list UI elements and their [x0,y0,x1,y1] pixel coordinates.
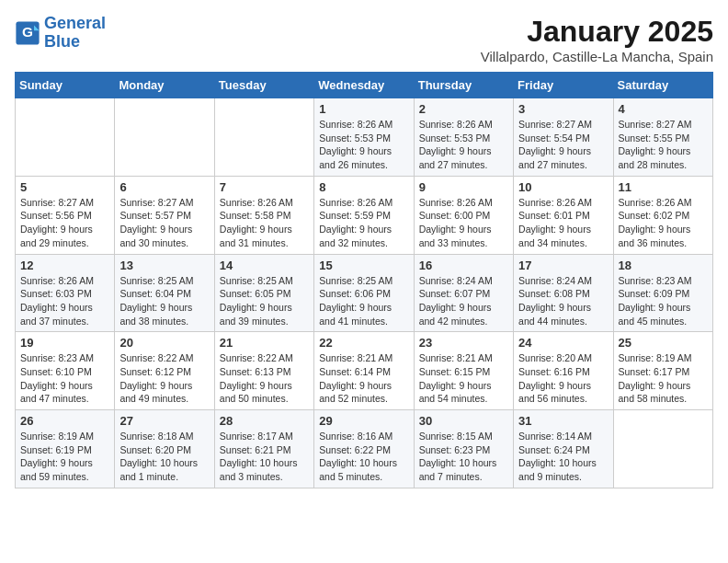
day-cell [16,98,115,177]
day-info: Sunrise: 8:25 AMSunset: 6:04 PMDaylight:… [119,274,209,328]
day-number: 29 [319,414,408,428]
day-info: Sunrise: 8:22 AMSunset: 6:12 PMDaylight:… [119,351,209,406]
day-cell: 15Sunrise: 8:25 AMSunset: 6:06 PMDayligh… [314,254,414,332]
day-info: Sunrise: 8:26 AMSunset: 5:53 PMDaylight:… [319,118,408,172]
weekday-header-sunday: Sunday [16,73,115,98]
weekday-header-friday: Friday [514,73,613,98]
week-row-2: 12Sunrise: 8:26 AMSunset: 6:03 PMDayligh… [16,254,713,332]
day-info: Sunrise: 8:27 AMSunset: 5:56 PMDaylight:… [20,196,109,250]
day-cell: 12Sunrise: 8:26 AMSunset: 6:03 PMDayligh… [16,254,115,332]
logo-text: General Blue [44,15,106,52]
day-number: 10 [518,180,608,194]
day-cell [115,98,214,177]
day-cell: 10Sunrise: 8:26 AMSunset: 6:01 PMDayligh… [514,176,613,254]
calendar-table: SundayMondayTuesdayWednesdayThursdayFrid… [15,72,713,488]
day-number: 3 [518,102,608,116]
day-cell: 6Sunrise: 8:27 AMSunset: 5:57 PMDaylight… [115,176,214,254]
day-info: Sunrise: 8:24 AMSunset: 6:08 PMDaylight:… [518,274,608,328]
week-row-1: 5Sunrise: 8:27 AMSunset: 5:56 PMDaylight… [16,176,713,254]
day-number: 17 [518,259,608,272]
day-cell: 19Sunrise: 8:23 AMSunset: 6:10 PMDayligh… [16,332,115,410]
day-number: 20 [119,336,209,350]
day-info: Sunrise: 8:25 AMSunset: 6:05 PMDaylight:… [220,274,309,328]
day-info: Sunrise: 8:26 AMSunset: 6:03 PMDaylight:… [20,274,109,328]
weekday-header-row: SundayMondayTuesdayWednesdayThursdayFrid… [16,73,713,98]
day-info: Sunrise: 8:27 AMSunset: 5:55 PMDaylight:… [619,118,708,172]
day-info: Sunrise: 8:17 AMSunset: 6:21 PMDaylight:… [220,430,309,484]
weekday-header-monday: Monday [115,73,214,98]
week-row-0: 1Sunrise: 8:26 AMSunset: 5:53 PMDaylight… [16,98,713,177]
day-number: 24 [518,336,608,350]
day-cell: 23Sunrise: 8:21 AMSunset: 6:15 PMDayligh… [414,332,513,410]
day-number: 25 [619,336,708,350]
day-cell: 17Sunrise: 8:24 AMSunset: 6:08 PMDayligh… [514,254,613,332]
day-number: 9 [419,180,508,194]
day-number: 31 [518,414,608,428]
weekday-header-saturday: Saturday [613,73,712,98]
day-info: Sunrise: 8:18 AMSunset: 6:20 PMDaylight:… [119,430,209,484]
day-info: Sunrise: 8:26 AMSunset: 6:02 PMDaylight:… [619,196,708,250]
day-number: 26 [20,414,109,428]
day-cell: 21Sunrise: 8:22 AMSunset: 6:13 PMDayligh… [214,332,313,410]
day-cell: 25Sunrise: 8:19 AMSunset: 6:17 PMDayligh… [613,332,712,410]
logo-icon: G [15,20,40,46]
day-number: 22 [319,336,408,350]
day-cell: 29Sunrise: 8:16 AMSunset: 6:22 PMDayligh… [314,410,414,488]
day-cell: 16Sunrise: 8:24 AMSunset: 6:07 PMDayligh… [414,254,513,332]
title-block: January 2025 Villalpardo, Castille-La Ma… [481,15,713,64]
day-cell: 3Sunrise: 8:27 AMSunset: 5:54 PMDaylight… [514,98,613,177]
day-cell: 14Sunrise: 8:25 AMSunset: 6:05 PMDayligh… [214,254,313,332]
day-cell: 31Sunrise: 8:14 AMSunset: 6:24 PMDayligh… [514,410,613,488]
day-info: Sunrise: 8:19 AMSunset: 6:17 PMDaylight:… [619,351,708,406]
day-info: Sunrise: 8:26 AMSunset: 5:59 PMDaylight:… [319,196,408,250]
day-number: 15 [319,259,408,272]
day-number: 4 [619,102,708,116]
day-info: Sunrise: 8:21 AMSunset: 6:14 PMDaylight:… [319,351,408,406]
weekday-header-wednesday: Wednesday [314,73,414,98]
day-number: 11 [619,180,708,194]
day-cell: 24Sunrise: 8:20 AMSunset: 6:16 PMDayligh… [514,332,613,410]
day-cell: 13Sunrise: 8:25 AMSunset: 6:04 PMDayligh… [115,254,214,332]
calendar-title: January 2025 [481,15,713,49]
day-number: 13 [119,259,209,272]
day-info: Sunrise: 8:19 AMSunset: 6:19 PMDaylight:… [20,430,109,484]
day-info: Sunrise: 8:16 AMSunset: 6:22 PMDaylight:… [319,430,408,484]
day-number: 23 [419,336,508,350]
day-cell [613,410,712,488]
svg-text:G: G [22,24,33,40]
day-info: Sunrise: 8:14 AMSunset: 6:24 PMDaylight:… [518,430,608,484]
day-number: 14 [220,259,309,272]
day-info: Sunrise: 8:21 AMSunset: 6:15 PMDaylight:… [419,351,508,406]
day-number: 8 [319,180,408,194]
logo-line1: General [44,14,106,32]
day-cell: 2Sunrise: 8:26 AMSunset: 5:53 PMDaylight… [414,98,513,177]
day-cell: 30Sunrise: 8:15 AMSunset: 6:23 PMDayligh… [414,410,513,488]
day-info: Sunrise: 8:27 AMSunset: 5:54 PMDaylight:… [518,118,608,172]
day-info: Sunrise: 8:15 AMSunset: 6:23 PMDaylight:… [419,430,508,484]
day-info: Sunrise: 8:25 AMSunset: 6:06 PMDaylight:… [319,274,408,328]
day-info: Sunrise: 8:23 AMSunset: 6:10 PMDaylight:… [20,351,109,406]
day-cell: 11Sunrise: 8:26 AMSunset: 6:02 PMDayligh… [613,176,712,254]
day-number: 30 [419,414,508,428]
logo: G General Blue [15,15,106,52]
day-cell: 1Sunrise: 8:26 AMSunset: 5:53 PMDaylight… [314,98,414,177]
day-cell: 8Sunrise: 8:26 AMSunset: 5:59 PMDaylight… [314,176,414,254]
day-info: Sunrise: 8:23 AMSunset: 6:09 PMDaylight:… [619,274,708,328]
day-number: 6 [119,180,209,194]
day-info: Sunrise: 8:26 AMSunset: 6:00 PMDaylight:… [419,196,508,250]
week-row-3: 19Sunrise: 8:23 AMSunset: 6:10 PMDayligh… [16,332,713,410]
day-info: Sunrise: 8:24 AMSunset: 6:07 PMDaylight:… [419,274,508,328]
day-cell [214,98,313,177]
day-cell: 20Sunrise: 8:22 AMSunset: 6:12 PMDayligh… [115,332,214,410]
day-cell: 28Sunrise: 8:17 AMSunset: 6:21 PMDayligh… [214,410,313,488]
day-number: 21 [220,336,309,350]
logo-line2: Blue [44,32,80,51]
day-number: 16 [419,259,508,272]
day-info: Sunrise: 8:27 AMSunset: 5:57 PMDaylight:… [119,196,209,250]
weekday-header-tuesday: Tuesday [214,73,313,98]
day-cell: 4Sunrise: 8:27 AMSunset: 5:55 PMDaylight… [613,98,712,177]
day-cell: 22Sunrise: 8:21 AMSunset: 6:14 PMDayligh… [314,332,414,410]
day-info: Sunrise: 8:22 AMSunset: 6:13 PMDaylight:… [220,351,309,406]
day-number: 12 [20,259,109,272]
day-info: Sunrise: 8:26 AMSunset: 5:58 PMDaylight:… [220,196,309,250]
